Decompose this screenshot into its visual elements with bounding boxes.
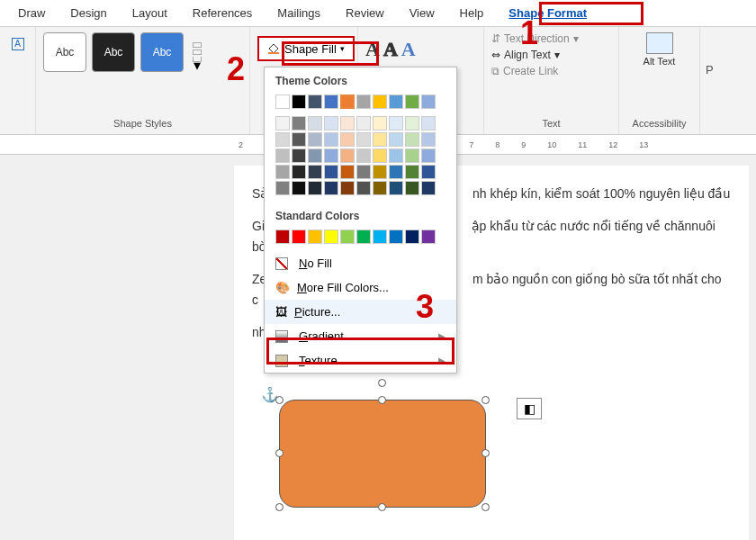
color-swatch[interactable] bbox=[421, 230, 436, 244]
color-swatch[interactable] bbox=[275, 230, 290, 244]
resize-handle-t[interactable] bbox=[378, 396, 386, 404]
layout-options-button[interactable]: ◧ bbox=[517, 398, 542, 419]
color-swatch[interactable] bbox=[405, 148, 419, 163]
color-swatch[interactable] bbox=[356, 230, 371, 244]
tab-references[interactable]: References bbox=[180, 3, 265, 23]
color-swatch[interactable] bbox=[308, 165, 322, 179]
textbox-icon[interactable]: A bbox=[12, 38, 24, 50]
color-swatch[interactable] bbox=[292, 165, 306, 179]
wordart-style-1[interactable]: A bbox=[365, 38, 380, 61]
color-swatch[interactable] bbox=[308, 148, 322, 163]
color-swatch[interactable] bbox=[421, 116, 436, 130]
color-swatch[interactable] bbox=[292, 132, 306, 147]
wordart-style-2[interactable]: A bbox=[383, 38, 398, 61]
gradient-item[interactable]: Gradient ▶ bbox=[265, 324, 456, 348]
ribbon-overflow[interactable]: P bbox=[700, 27, 719, 134]
color-swatch[interactable] bbox=[292, 148, 306, 163]
color-swatch[interactable] bbox=[275, 116, 290, 130]
color-swatch[interactable] bbox=[275, 132, 290, 147]
color-swatch[interactable] bbox=[324, 132, 338, 147]
shape-style-2[interactable]: Abc bbox=[92, 32, 135, 72]
resize-handle-tr[interactable] bbox=[482, 396, 490, 404]
align-text-button[interactable]: ⇔Align Text ▾ bbox=[491, 49, 611, 61]
color-swatch[interactable] bbox=[275, 94, 290, 109]
color-swatch[interactable] bbox=[373, 148, 387, 163]
color-swatch[interactable] bbox=[340, 94, 355, 109]
tab-layout[interactable]: Layout bbox=[120, 3, 180, 23]
color-swatch[interactable] bbox=[373, 94, 387, 109]
color-swatch[interactable] bbox=[340, 148, 355, 163]
color-swatch[interactable] bbox=[373, 165, 387, 179]
color-swatch[interactable] bbox=[340, 230, 355, 244]
color-swatch[interactable] bbox=[340, 181, 355, 195]
color-swatch[interactable] bbox=[373, 230, 387, 244]
resize-handle-tl[interactable] bbox=[275, 396, 284, 404]
color-swatch[interactable] bbox=[340, 116, 355, 130]
color-swatch[interactable] bbox=[324, 94, 338, 109]
resize-handle-bl[interactable] bbox=[275, 503, 284, 511]
shape-styles-more[interactable]: ▾ bbox=[193, 32, 202, 72]
color-swatch[interactable] bbox=[308, 116, 322, 130]
color-swatch[interactable] bbox=[405, 116, 419, 130]
shape-style-3[interactable]: Abc bbox=[140, 32, 184, 72]
tab-mailings[interactable]: Mailings bbox=[265, 3, 333, 23]
color-swatch[interactable] bbox=[356, 132, 371, 147]
color-swatch[interactable] bbox=[356, 181, 371, 195]
color-swatch[interactable] bbox=[405, 165, 419, 179]
color-swatch[interactable] bbox=[340, 132, 355, 147]
create-link-button[interactable]: ⧉Create Link bbox=[491, 65, 611, 77]
tab-shape-format[interactable]: Shape Format bbox=[496, 3, 599, 23]
wordart-style-3[interactable]: A bbox=[401, 38, 416, 61]
color-swatch[interactable] bbox=[324, 181, 338, 195]
color-swatch[interactable] bbox=[292, 181, 306, 195]
color-swatch[interactable] bbox=[405, 230, 419, 244]
color-swatch[interactable] bbox=[373, 116, 387, 130]
color-swatch[interactable] bbox=[292, 94, 306, 109]
color-swatch[interactable] bbox=[275, 165, 290, 179]
tab-help[interactable]: Help bbox=[447, 3, 497, 23]
no-fill-item[interactable]: No Fill bbox=[265, 251, 456, 275]
resize-handle-l[interactable] bbox=[275, 449, 284, 457]
color-swatch[interactable] bbox=[389, 230, 403, 244]
tab-view[interactable]: View bbox=[397, 3, 447, 23]
color-swatch[interactable] bbox=[340, 165, 355, 179]
color-swatch[interactable] bbox=[356, 94, 371, 109]
texture-item[interactable]: Texture ▶ bbox=[265, 348, 456, 373]
color-swatch[interactable] bbox=[373, 132, 387, 147]
color-swatch[interactable] bbox=[308, 132, 322, 147]
shape-fill-button[interactable]: Shape Fill ▾ bbox=[257, 36, 355, 61]
color-swatch[interactable] bbox=[405, 181, 419, 195]
color-swatch[interactable] bbox=[275, 148, 290, 163]
color-swatch[interactable] bbox=[308, 181, 322, 195]
resize-handle-b[interactable] bbox=[378, 503, 386, 511]
color-swatch[interactable] bbox=[389, 165, 403, 179]
color-swatch[interactable] bbox=[324, 230, 338, 244]
color-swatch[interactable] bbox=[324, 148, 338, 163]
color-swatch[interactable] bbox=[389, 132, 403, 147]
color-swatch[interactable] bbox=[275, 181, 290, 195]
color-swatch[interactable] bbox=[421, 165, 436, 179]
color-swatch[interactable] bbox=[421, 132, 436, 147]
color-swatch[interactable] bbox=[389, 94, 403, 109]
color-swatch[interactable] bbox=[356, 116, 371, 130]
color-swatch[interactable] bbox=[356, 148, 371, 163]
tab-draw[interactable]: Draw bbox=[5, 3, 58, 23]
color-swatch[interactable] bbox=[324, 165, 338, 179]
color-swatch[interactable] bbox=[421, 94, 436, 109]
resize-handle-r[interactable] bbox=[482, 449, 490, 457]
color-swatch[interactable] bbox=[292, 116, 306, 130]
color-swatch[interactable] bbox=[421, 148, 436, 163]
rotate-handle[interactable] bbox=[378, 379, 386, 387]
color-swatch[interactable] bbox=[405, 94, 419, 109]
text-direction-button[interactable]: ⇵Text Direction ▾ bbox=[491, 32, 611, 45]
color-swatch[interactable] bbox=[308, 230, 322, 244]
color-swatch[interactable] bbox=[373, 181, 387, 195]
color-swatch[interactable] bbox=[308, 94, 322, 109]
tab-design[interactable]: Design bbox=[58, 3, 119, 23]
tab-review[interactable]: Review bbox=[333, 3, 397, 23]
shape-style-1[interactable]: Abc bbox=[43, 32, 86, 72]
color-swatch[interactable] bbox=[389, 181, 403, 195]
color-swatch[interactable] bbox=[292, 230, 306, 244]
color-swatch[interactable] bbox=[421, 181, 436, 195]
color-swatch[interactable] bbox=[389, 116, 403, 130]
